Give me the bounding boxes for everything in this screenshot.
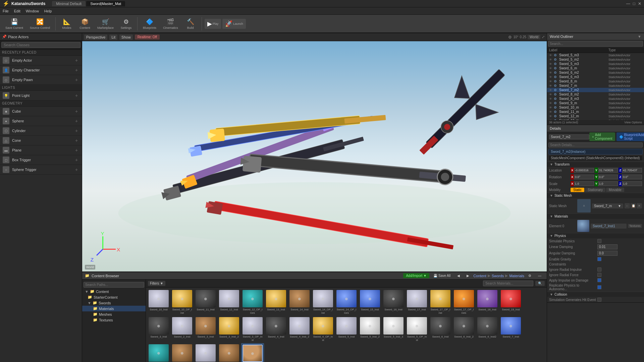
maximize-viewport-icon[interactable]: ⤢: [542, 35, 545, 39]
content-item[interactable]: ● Sword_7_Inst1: [147, 343, 170, 362]
outliner-item[interactable]: 👁 ⚙ Sword_5_m3 StaticMeshActor: [547, 53, 644, 57]
content-item[interactable]: ● Sword_4_OP_Inst: [312, 316, 334, 343]
materials-section-header[interactable]: ▼ Materials: [547, 214, 644, 219]
tree-item-textures[interactable]: 📁 Textures: [82, 317, 146, 323]
collision-section-header[interactable]: ▼ Collision: [547, 292, 644, 297]
selected-actor-name-input[interactable]: [549, 134, 589, 139]
outliner-item[interactable]: 👁 ⚙ Sword_8_m3 StaticMeshActor: [547, 97, 644, 101]
actor-plane[interactable]: ▬ Plane +: [0, 145, 82, 155]
cylinder-add[interactable]: +: [74, 128, 79, 133]
sphere-add[interactable]: +: [74, 118, 79, 124]
material-value[interactable]: Sword_7_Inst1: [591, 224, 627, 229]
nav-back-btn[interactable]: ◀: [454, 273, 463, 278]
perspective-btn[interactable]: Perspective: [84, 35, 107, 40]
outliner-item[interactable]: 👁 ⚙ Sword_5_m2 StaticMeshActor: [547, 57, 644, 62]
content-item[interactable]: ● Sword_6_Inst: [429, 316, 452, 343]
content-item[interactable]: ● Sword_3_Inst: [147, 316, 170, 343]
point-light-add[interactable]: +: [74, 93, 79, 98]
actor-cube[interactable]: ■ Cube +: [0, 107, 82, 116]
outliner-item[interactable]: 👁 ⚙ Sword_6_m2 StaticMeshActor: [547, 70, 644, 75]
source-control-btn[interactable]: 🔀 Source Control: [27, 17, 53, 31]
content-item[interactable]: ● Sword_14_Inst: [288, 289, 311, 315]
outliner-item[interactable]: 👁 ⚙ Sword_6_m StaticMeshActor: [547, 66, 644, 70]
outliner-item[interactable]: 👁 ⚙ Sword_12_m StaticMeshActor: [547, 114, 644, 118]
blueprints-btn[interactable]: 🔷 Blueprints: [140, 17, 159, 31]
save-current-btn[interactable]: 💾 Save Current: [3, 17, 26, 31]
replicate-physics-checkbox[interactable]: [597, 285, 601, 289]
breadcrumb-swords[interactable]: Swords: [492, 274, 504, 278]
tree-item-materials[interactable]: 📁 Materials: [82, 306, 146, 311]
linear-damping-input[interactable]: [597, 244, 618, 249]
outliner-item[interactable]: 👁 ⚙ Sword_9_m StaticMeshActor: [547, 101, 644, 105]
physics-section-header[interactable]: ▼ Physics: [547, 233, 644, 238]
content-item[interactable]: ● Sword_17_OP_Inst1: [452, 289, 475, 315]
breadcrumb-materials[interactable]: Materials: [509, 274, 524, 278]
cb-search-input[interactable]: [483, 281, 533, 286]
angular-damping-input[interactable]: [597, 251, 618, 256]
outliner-item[interactable]: 👁 ⚙ Sword_7_m StaticMeshActor: [547, 83, 644, 88]
rotation-y-input[interactable]: [598, 175, 618, 179]
empty-actor-add[interactable]: +: [74, 58, 79, 63]
content-item[interactable]: ● Sword_13_Inst: [265, 289, 287, 315]
cone-add[interactable]: +: [74, 138, 79, 143]
details-search-input[interactable]: [548, 142, 643, 147]
content-item[interactable]: ● Sword_6_Inst_2: [452, 316, 475, 343]
blueprint-add-script-btn[interactable]: 🔷 Blueprint/Add Script: [616, 132, 644, 141]
viewport-3d[interactable]: X Y Z World: [82, 41, 547, 272]
breadcrumb-root[interactable]: Content: [473, 274, 486, 278]
scale-y-input[interactable]: [598, 181, 618, 186]
actor-point-light[interactable]: 💡 Point Light +: [0, 91, 82, 101]
sim-generates-hit-checkbox[interactable]: [597, 298, 601, 302]
movable-btn[interactable]: Movable: [606, 188, 624, 192]
build-btn[interactable]: 🔨 Build: [182, 17, 199, 31]
outliner-view-options[interactable]: View Options: [624, 121, 642, 124]
ignore-radial-impulse-checkbox[interactable]: [597, 267, 601, 272]
content-item[interactable]: ● Sword_17_Inst: [406, 289, 428, 315]
world-outliner-title[interactable]: World Outliner ▼: [547, 33, 644, 40]
menu-edit[interactable]: Edit: [14, 9, 20, 13]
world-label[interactable]: World: [528, 35, 540, 39]
outliner-item[interactable]: 👁 ⚙ Sword_8_m StaticMeshActor: [547, 79, 644, 83]
actor-empty-actor[interactable]: ◇ Empty Actor +: [0, 56, 82, 65]
settings-btn[interactable]: ⚙ Settings: [118, 17, 135, 31]
box-trigger-add[interactable]: +: [74, 157, 79, 163]
content-item[interactable]: ● Sword_5_Inst_2: [359, 316, 381, 343]
actor-cylinder[interactable]: ⬡ Cylinder +: [0, 126, 82, 136]
tree-item-meshes[interactable]: 📁 Meshes: [82, 311, 146, 317]
content-item[interactable]: ● Sword_8_Inst: [171, 343, 194, 362]
minimize-btn[interactable]: —: [626, 1, 630, 6]
mesh-component-item[interactable]: StaticMeshComponent (StaticMeshComponent…: [548, 155, 643, 161]
instance-item[interactable]: Sword_7_m2(Instance): [548, 149, 643, 155]
viewport-settings-icon[interactable]: ⚙: [508, 35, 512, 40]
cb-path-search[interactable]: [84, 282, 144, 288]
add-import-btn[interactable]: Add/Import ▼: [403, 273, 429, 278]
sm-navigate-btn[interactable]: ←: [625, 203, 630, 208]
realtime-indicator[interactable]: Realtime: Off: [135, 35, 160, 40]
tab-sword-master[interactable]: Sword|Master_Mat: [86, 1, 125, 6]
content-item[interactable]: ● Sword_9_Inst: [194, 343, 217, 362]
content-item[interactable]: ● Sword_12_Inst: [218, 289, 240, 315]
outliner-item[interactable]: 👁 ⚙ Sword_8_m2 StaticMeshActor: [547, 92, 644, 97]
ignore-radial-force-checkbox[interactable]: [597, 273, 601, 277]
location-x-input[interactable]: [574, 168, 594, 173]
actor-box-trigger[interactable]: ◻ Box Trigger +: [0, 155, 82, 165]
actors-search-input[interactable]: [1, 42, 80, 48]
close-btn[interactable]: ✕: [638, 1, 641, 6]
content-item[interactable]: ● Sword_18_Inst: [476, 289, 499, 315]
content-item[interactable]: ● Sword_2_Inst: [171, 316, 194, 343]
cb-minimize-btn[interactable]: —: [535, 273, 544, 278]
rotation-x-input[interactable]: [574, 175, 594, 179]
content-item[interactable]: ● Sword_OP_Mat: [218, 343, 240, 362]
window-controls[interactable]: — □ ✕: [626, 1, 641, 6]
content-item[interactable]: ● Sword_10_Inst: [147, 289, 170, 315]
content-item[interactable]: ● Sword_19_Inst: [499, 289, 522, 315]
outliner-item[interactable]: 👁 ⚙ Sword_6_m3 StaticMeshActor: [547, 75, 644, 79]
tree-item-starter-content[interactable]: 📁 StarterContent: [82, 294, 146, 300]
apply-impulse-checkbox[interactable]: [597, 278, 601, 282]
show-btn[interactable]: Show: [119, 35, 133, 40]
play-btn[interactable]: ▶ Play: [205, 19, 221, 29]
content-item[interactable]: ● Sword_5_Inst: [335, 316, 358, 343]
plane-add[interactable]: +: [74, 147, 79, 153]
content-item[interactable]: ● Sword_4_Inst: [265, 316, 287, 343]
outliner-item[interactable]: 👁 ⚙ Sword_7_m2 StaticMeshActor: [547, 88, 644, 92]
